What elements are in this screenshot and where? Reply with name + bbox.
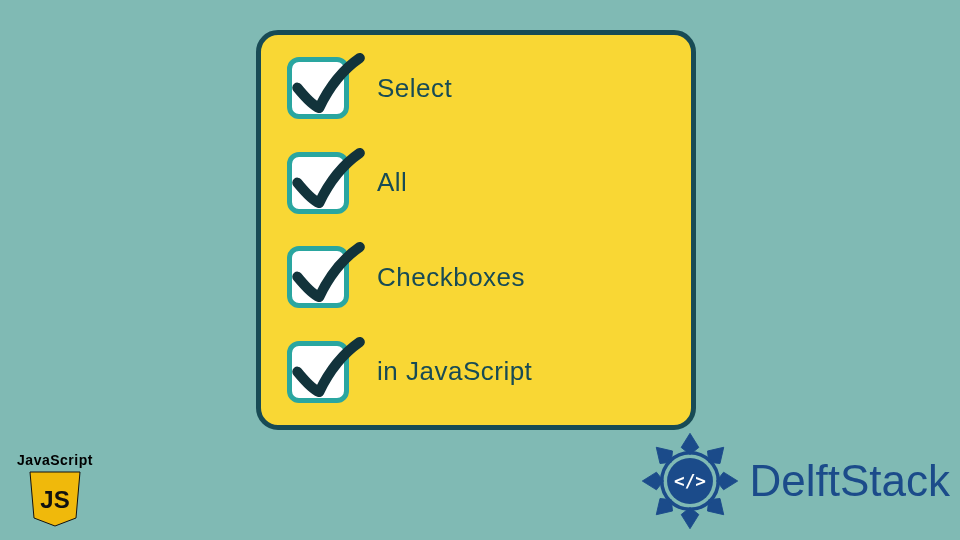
checkmark-icon (288, 233, 366, 311)
brand-name: DelftStack (749, 456, 950, 506)
checkmark-icon (288, 139, 366, 217)
checklist-label: in JavaScript (377, 356, 532, 387)
checklist-row: in JavaScript (287, 341, 665, 403)
brand-logo: </> DelftStack (637, 428, 950, 534)
checkmark-icon (288, 328, 366, 406)
checklist-label: Select (377, 73, 452, 104)
checklist-row: All (287, 152, 665, 214)
checkbox-icon (287, 152, 349, 214)
checklist-card: Select All Checkboxes in JavaScript (256, 30, 696, 430)
checkbox-icon (287, 341, 349, 403)
javascript-badge: JavaScript JS (14, 452, 96, 532)
checklist-row: Checkboxes (287, 246, 665, 308)
emblem-text: </> (675, 471, 707, 491)
javascript-badge-label: JavaScript (14, 452, 96, 468)
checkbox-icon (287, 57, 349, 119)
shield-text: JS (40, 486, 69, 513)
checklist-label: All (377, 167, 407, 198)
brand-emblem-icon: </> (637, 428, 743, 534)
checkmark-icon (288, 44, 366, 122)
javascript-shield-icon: JS (28, 470, 82, 528)
checkbox-icon (287, 246, 349, 308)
checklist-label: Checkboxes (377, 262, 525, 293)
checklist-row: Select (287, 57, 665, 119)
